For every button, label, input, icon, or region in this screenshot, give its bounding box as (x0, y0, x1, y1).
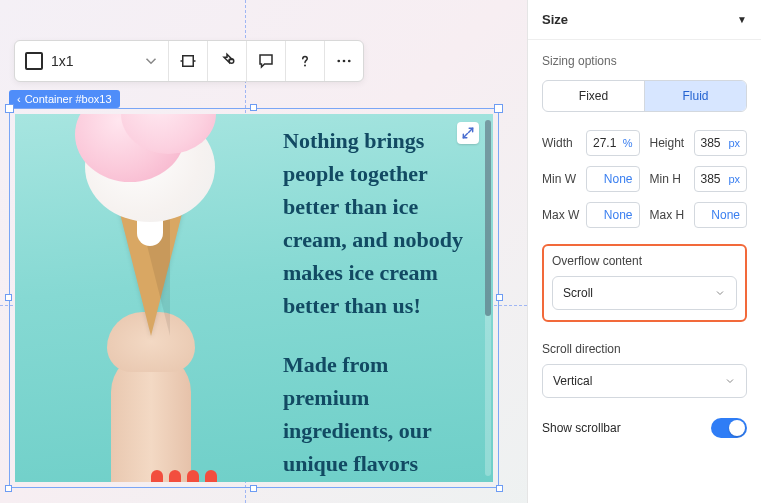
overflow-label: Overflow content (552, 254, 737, 268)
minh-label: Min H (650, 172, 688, 186)
sizing-options-label: Sizing options (542, 54, 747, 68)
svg-point-4 (343, 60, 346, 63)
width-input[interactable]: 27.1 % (586, 130, 640, 156)
chevron-down-icon (714, 287, 726, 299)
minh-row: Min H 385 px (650, 166, 748, 192)
sizing-fixed[interactable]: Fixed (543, 81, 644, 111)
resize-handle[interactable] (496, 294, 503, 301)
maxw-label: Max W (542, 208, 580, 222)
chevron-down-icon (724, 375, 736, 387)
dimensions-grid: Width 27.1 % Height 385 px Min W None (542, 130, 747, 228)
element-tag[interactable]: ‹ Container #box13 (9, 90, 120, 108)
overflow-select[interactable]: Scroll (552, 276, 737, 310)
resize-handle[interactable] (5, 485, 12, 492)
width-unit[interactable]: % (623, 137, 633, 149)
svg-point-1 (229, 59, 234, 64)
more-button[interactable] (325, 41, 363, 81)
tag-label: Container #box13 (25, 93, 112, 105)
svg-point-2 (304, 65, 306, 67)
minh-input[interactable]: 385 px (694, 166, 748, 192)
paragraph: Nothing brings people together better th… (283, 124, 469, 322)
overflow-section: Overflow content Scroll (542, 244, 747, 322)
ice-cream-image (41, 122, 261, 482)
toggle-knob (729, 420, 745, 436)
animation-button[interactable] (208, 41, 247, 81)
maxh-label: Max H (650, 208, 688, 222)
comment-button[interactable] (247, 41, 286, 81)
scrollbar-toggle[interactable] (711, 418, 747, 438)
selection-frame[interactable]: Nothing brings people together better th… (9, 108, 499, 488)
container-icon (25, 52, 43, 70)
canvas-area: 1x1 ‹ Container #box13 (0, 0, 527, 503)
chevron-down-icon (142, 52, 160, 70)
minw-label: Min W (542, 172, 580, 186)
inspector-panel: Size ▼ Sizing options Fixed Fluid Width … (527, 0, 761, 503)
svg-rect-0 (183, 56, 194, 67)
resize-handle[interactable] (5, 294, 12, 301)
panel-title: Size (542, 12, 568, 27)
minh-unit[interactable]: px (728, 173, 740, 185)
stretch-button[interactable] (169, 41, 208, 81)
height-row: Height 385 px (650, 130, 748, 156)
direction-label: Scroll direction (542, 342, 747, 356)
maxh-row: Max H None (650, 202, 748, 228)
caret-down-icon: ▼ (737, 14, 747, 25)
svg-point-5 (348, 60, 351, 63)
scrollbar-label: Show scrollbar (542, 421, 621, 435)
width-row: Width 27.1 % (542, 130, 640, 156)
container-content: Nothing brings people together better th… (15, 114, 493, 482)
height-label: Height (650, 136, 688, 150)
panel-header[interactable]: Size ▼ (528, 0, 761, 40)
element-selector[interactable]: 1x1 (15, 41, 169, 81)
resize-handle[interactable] (250, 104, 257, 111)
minw-row: Min W None (542, 166, 640, 192)
body-text: Nothing brings people together better th… (283, 124, 469, 480)
sizing-segmented: Fixed Fluid (542, 80, 747, 112)
scrollbar-thumb[interactable] (485, 120, 491, 316)
resize-handle[interactable] (496, 485, 503, 492)
paragraph: Made from premium ingredients, our uniqu… (283, 348, 469, 480)
maxh-input[interactable]: None (694, 202, 748, 228)
height-unit[interactable]: px (728, 137, 740, 149)
maxw-row: Max W None (542, 202, 640, 228)
expand-button[interactable] (457, 122, 479, 144)
help-button[interactable] (286, 41, 325, 81)
direction-value: Vertical (553, 374, 592, 388)
direction-section: Scroll direction Vertical (542, 342, 747, 398)
element-selector-label: 1x1 (51, 53, 134, 69)
width-label: Width (542, 136, 580, 150)
minw-input[interactable]: None (586, 166, 640, 192)
height-input[interactable]: 385 px (694, 130, 748, 156)
direction-select[interactable]: Vertical (542, 364, 747, 398)
maxw-input[interactable]: None (586, 202, 640, 228)
tag-chevron-icon: ‹ (17, 93, 21, 105)
context-toolbar: 1x1 (14, 40, 364, 82)
scrollbar-row: Show scrollbar (542, 418, 747, 438)
svg-point-3 (337, 60, 340, 63)
overflow-value: Scroll (563, 286, 593, 300)
content-scrollbar[interactable] (485, 120, 491, 476)
resize-handle[interactable] (250, 485, 257, 492)
sizing-fluid[interactable]: Fluid (644, 81, 746, 111)
